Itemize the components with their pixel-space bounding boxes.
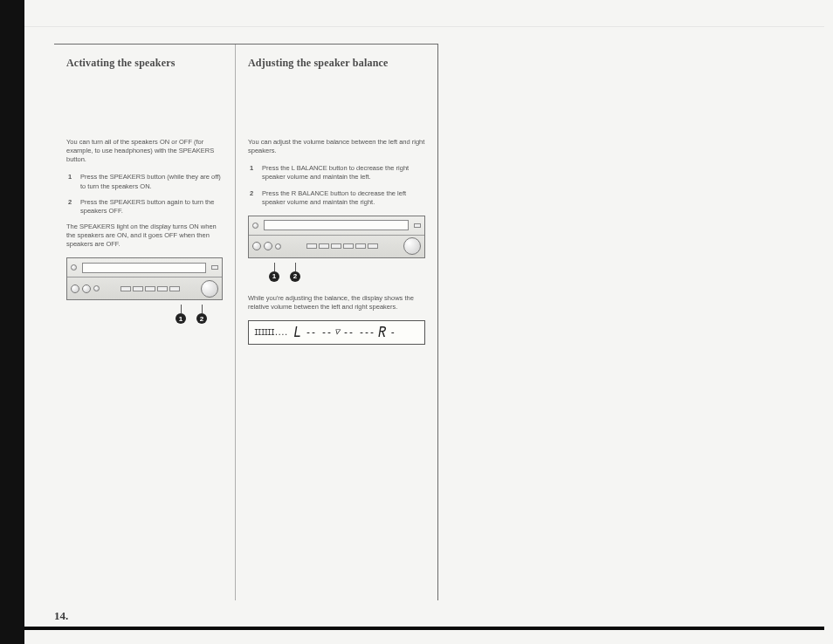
lcd-level-bars: IIIIII.... — [254, 329, 287, 337]
input-button-icon — [157, 286, 168, 291]
step-text: Press the SPEAKERS button again to turn … — [80, 198, 223, 216]
aux-knob-icon — [93, 285, 100, 291]
callout-2-wrap: 2 — [196, 305, 207, 324]
receiver-diagram-left — [66, 257, 223, 300]
input-button-icon — [368, 243, 378, 249]
input-button-icon — [120, 286, 131, 291]
step-number: 1 — [68, 173, 75, 190]
preset-button-icon — [211, 265, 218, 270]
bass-knob-icon — [71, 284, 79, 293]
input-button-icon — [133, 286, 143, 291]
input-button-icon — [355, 243, 366, 249]
step-number: 2 — [68, 198, 75, 216]
step-number: 1 — [250, 164, 257, 182]
receiver-bottom-row — [67, 277, 222, 299]
aux-knob-icon — [275, 243, 281, 250]
input-button-icon — [343, 243, 354, 249]
callout-badge: 1 — [176, 313, 186, 324]
receiver-diagram-right — [248, 216, 425, 258]
preset-button-icon — [414, 223, 421, 228]
callouts-right: 1 2 — [248, 264, 425, 282]
lcd-trail-dash: - — [390, 328, 396, 338]
receiver-top-row — [67, 258, 222, 277]
callout-badge: 2 — [290, 271, 300, 282]
column-adjusting-balance: Adjusting the speaker balance You can ad… — [236, 45, 437, 600]
receiver-display-icon — [82, 263, 206, 273]
note-activating: The SPEAKERS light on the display turns … — [66, 223, 223, 249]
page-number: 14. — [54, 609, 68, 623]
lcd-right-char: R — [378, 324, 387, 341]
lcd-center-marker-icon: ▽ — [334, 326, 341, 337]
treble-knob-icon — [264, 242, 272, 250]
post-note-balance: While you're adjusting the balance, the … — [248, 294, 425, 312]
step-text: Press the R BALANCE button to decrease t… — [262, 189, 425, 207]
lcd-dashes: -- -- — [306, 328, 332, 338]
callout-1-wrap: 1 — [269, 264, 279, 282]
step-1-activating: 1 Press the SPEAKERS button (while they … — [66, 173, 223, 190]
top-faint-rule — [24, 26, 824, 27]
input-button-icon — [169, 286, 180, 291]
page-frame: Activating the speakers You can turn all… — [54, 44, 438, 600]
power-knob-icon — [252, 223, 258, 229]
input-button-icon — [331, 243, 341, 249]
step-2-balance: 2 Press the R BALANCE button to decrease… — [248, 189, 425, 207]
callout-1-wrap: 1 — [176, 305, 186, 324]
callout-badge: 2 — [196, 313, 207, 324]
bass-knob-icon — [252, 242, 261, 250]
step-1-balance: 1 Press the L BALANCE button to decrease… — [248, 164, 425, 182]
volume-knob-icon — [201, 280, 218, 298]
heading-balance: Adjusting the speaker balance — [248, 57, 425, 70]
treble-knob-icon — [82, 284, 91, 293]
receiver-display-icon — [264, 220, 409, 230]
receiver-bottom-row — [249, 235, 424, 257]
book-spine — [0, 0, 24, 644]
input-button-icon — [145, 286, 155, 291]
lcd-dashes: -- --- — [343, 328, 375, 338]
callout-badge: 1 — [269, 271, 279, 282]
lcd-balance-display: IIIIII.... L -- -- ▽ -- --- R - — [248, 320, 425, 345]
heading-activating: Activating the speakers — [66, 57, 223, 70]
intro-activating: You can turn all of the speakers ON or O… — [66, 138, 223, 164]
callouts-left: 1 2 — [66, 305, 223, 324]
step-number: 2 — [250, 189, 257, 207]
power-knob-icon — [71, 264, 77, 271]
intro-balance: You can adjust the volume balance betwee… — [248, 138, 425, 155]
step-text: Press the L BALANCE button to decrease t… — [262, 164, 425, 182]
input-button-icon — [306, 243, 317, 249]
step-text: Press the SPEAKERS button (while they ar… — [80, 173, 223, 190]
lcd-left-char: L — [293, 324, 302, 341]
bottom-rule — [24, 627, 824, 630]
receiver-top-row — [249, 216, 424, 235]
column-activating-speakers: Activating the speakers You can turn all… — [54, 45, 236, 600]
lcd-balance-scale: L -- -- ▽ -- --- R - — [293, 324, 396, 341]
callout-2-wrap: 2 — [290, 264, 300, 282]
step-2-activating: 2 Press the SPEAKERS button again to tur… — [66, 198, 223, 216]
input-button-icon — [319, 243, 329, 249]
volume-knob-icon — [403, 237, 421, 255]
